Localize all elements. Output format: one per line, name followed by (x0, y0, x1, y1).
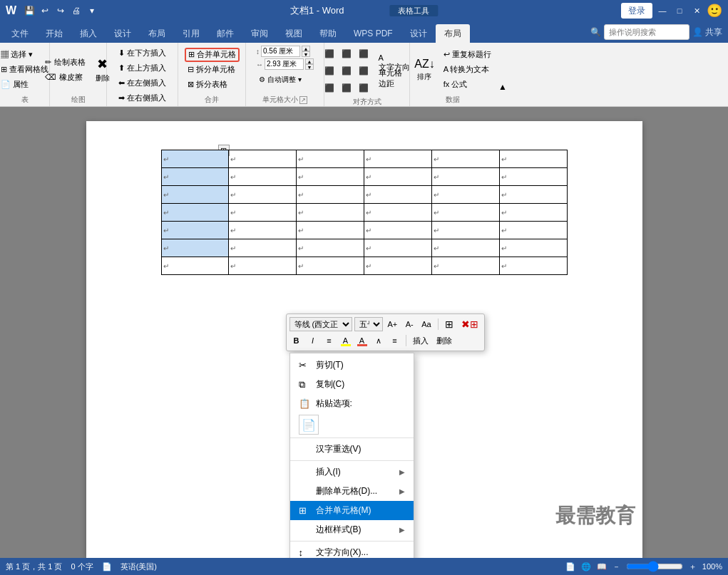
tab-design[interactable]: 设计 (106, 24, 140, 43)
insert-button[interactable]: 插入 (410, 333, 431, 348)
table-cell[interactable]: ↵ (297, 239, 364, 257)
table-cell[interactable]: ↵ (297, 168, 364, 186)
cm-text-direction[interactable]: ↕ 文字方向(X)... (290, 543, 414, 558)
ribbon-expand-icon[interactable]: ▲ (498, 82, 507, 92)
more-icon[interactable]: ▾ (85, 4, 99, 18)
align-bottom-center-button[interactable]: ⬛ (339, 80, 354, 95)
width-input[interactable] (265, 58, 304, 70)
align-middle-center-button[interactable]: ⬛ (339, 63, 354, 78)
close-button[interactable]: ✕ (689, 4, 704, 18)
table-cell[interactable]: ↵ (364, 150, 431, 168)
table-cell[interactable]: ↵ (431, 204, 499, 222)
shading-button[interactable]: ∧ (371, 333, 386, 348)
bold-button[interactable]: B (289, 333, 304, 348)
tab-help[interactable]: 帮助 (311, 24, 345, 43)
emoji-icon[interactable]: 🙂 (707, 3, 722, 19)
table-cell[interactable]: ↵ (364, 239, 431, 257)
minimize-button[interactable]: — (655, 4, 670, 18)
underline-button[interactable]: ≡ (322, 333, 337, 348)
undo-icon[interactable]: ↩ (38, 4, 52, 18)
tab-home[interactable]: 开始 (37, 24, 71, 43)
table-cell[interactable]: ↵ (431, 186, 499, 204)
height-up-button[interactable]: ▲ (302, 46, 310, 51)
table-cell[interactable]: ↵ (229, 239, 297, 257)
font-name-select[interactable]: 等线 (西文正 (289, 317, 352, 331)
tab-table-layout[interactable]: 布局 (436, 24, 470, 43)
login-button[interactable]: 登录 (621, 3, 652, 19)
table-cell[interactable]: ↵ (431, 222, 499, 239)
table-cell[interactable]: ↵ (499, 204, 567, 222)
share-button[interactable]: 👤 共享 (692, 26, 722, 38)
convert-text-button[interactable]: A 转换为文本 (441, 63, 494, 77)
table-cell[interactable]: ↵ (229, 168, 297, 186)
table-cell[interactable]: ↵ (161, 257, 229, 275)
cm-cut[interactable]: ✂ 剪切(T) (290, 356, 414, 375)
paste-option-icon[interactable]: 📄 (299, 415, 319, 435)
table-cell[interactable]: ↵ (297, 150, 364, 168)
table-cell[interactable]: ↵ (499, 222, 567, 239)
height-down-button[interactable]: ▼ (302, 51, 310, 57)
table-cell[interactable]: ↵ (229, 150, 297, 168)
tab-insert[interactable]: 插入 (71, 24, 106, 43)
width-up-button[interactable]: ▲ (305, 58, 314, 64)
tab-table-design[interactable]: 设计 (401, 24, 436, 43)
cm-border-style[interactable]: 边框样式(B) ▶ (290, 520, 414, 539)
table-cell[interactable]: ↵ (161, 186, 229, 204)
table-cell[interactable]: ↵ (229, 222, 297, 239)
cm-delete-cell[interactable]: 删除单元格(D)... ▶ (290, 482, 414, 501)
font-size-grow-button[interactable]: A+ (385, 317, 401, 331)
insert-below-button[interactable]: ⬇ 在下方插入 (116, 46, 169, 60)
font-format-button[interactable]: Aa (419, 317, 434, 331)
table-cell[interactable]: ↵ (161, 168, 229, 186)
search-input[interactable] (604, 24, 689, 40)
align-top-center-button[interactable]: ⬛ (339, 46, 354, 61)
table-cell[interactable]: ↵ (431, 168, 499, 186)
table-cell[interactable]: ↵ (161, 150, 229, 168)
table-cell[interactable]: ↵ (161, 222, 229, 239)
table-cell[interactable]: ↵ (229, 204, 297, 222)
table-grid-button[interactable]: ⊞ (442, 317, 456, 331)
tab-mailings[interactable]: 邮件 (208, 24, 242, 43)
table-cell[interactable]: ↵ (364, 168, 431, 186)
width-down-button[interactable]: ▼ (305, 64, 314, 70)
font-size-select[interactable]: 五号 (354, 317, 383, 331)
cellsize-expand-icon[interactable]: ↗ (299, 96, 307, 104)
auto-adjust-button[interactable]: ⚙ 自动调整 ▾ (256, 73, 314, 87)
save-icon[interactable]: 💾 (22, 4, 36, 18)
cm-insert[interactable]: 插入(I) ▶ (290, 462, 414, 482)
cm-copy[interactable]: ⧉ 复制(C) (290, 375, 414, 394)
align-middle-right-button[interactable]: ⬛ (356, 63, 371, 78)
table-cell[interactable]: ↵ (431, 239, 499, 257)
italic-button[interactable]: I (306, 333, 320, 348)
sort-button[interactable]: AZ↓ 排序 (411, 52, 437, 88)
table-cell[interactable]: ↵ (229, 186, 297, 204)
tab-review[interactable]: 审阅 (242, 24, 277, 43)
repeat-header-button[interactable]: ↩ 重复标题行 (441, 48, 494, 62)
zoom-in-button[interactable]: ＋ (689, 561, 697, 572)
split-table-button[interactable]: ⊠ 拆分表格 (185, 78, 240, 92)
table-cell[interactable]: ↵ (161, 239, 229, 257)
table-cell[interactable]: ↵ (364, 186, 431, 204)
view-read-icon[interactable]: 📖 (597, 562, 607, 571)
table-cell[interactable]: ↵ (364, 222, 431, 239)
table-cell[interactable]: ↵ (161, 204, 229, 222)
height-input[interactable] (261, 46, 300, 57)
tab-references[interactable]: 引用 (174, 24, 208, 43)
font-size-shrink-button[interactable]: A- (402, 317, 416, 331)
tab-wps-pdf[interactable]: WPS PDF (345, 24, 401, 43)
cm-paste[interactable]: 📋 粘贴选项: (290, 394, 414, 413)
table-delete-button[interactable]: ✖⊞ (458, 317, 481, 331)
highlight-color-button[interactable]: A (339, 333, 353, 348)
table-cell[interactable]: ↵ (431, 150, 499, 168)
align-bottom-right-button[interactable]: ⬛ (356, 80, 371, 95)
table-cell[interactable]: ↵ (499, 257, 567, 275)
table-cell[interactable]: ↵ (229, 257, 297, 275)
delete-table-button[interactable]: 删除 (434, 333, 455, 348)
table-cell[interactable]: ↵ (499, 186, 567, 204)
draw-table-button[interactable]: ✏ 绘制表格 (42, 55, 88, 69)
table-cell[interactable]: ↵ (297, 257, 364, 275)
tab-file[interactable]: 文件 (3, 24, 37, 43)
eraser-button[interactable]: ⌫ 橡皮擦 (42, 70, 88, 84)
zoom-slider[interactable] (626, 561, 683, 572)
table-cell[interactable]: ↵ (499, 150, 567, 168)
